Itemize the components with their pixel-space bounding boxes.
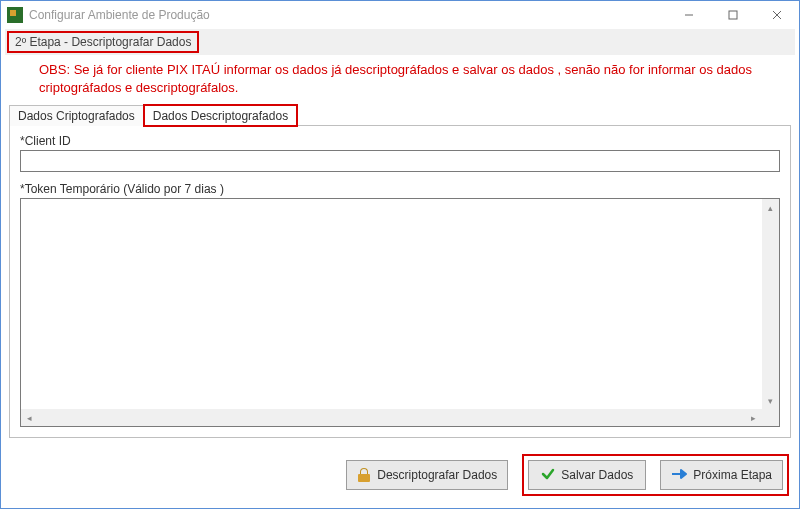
scroll-right-icon[interactable]: ▸ xyxy=(745,409,762,426)
window-title: Configurar Ambiente de Produção xyxy=(29,8,667,22)
decrypt-button[interactable]: Descriptografar Dados xyxy=(346,460,508,490)
client-id-label: *Client ID xyxy=(20,134,780,148)
vertical-scrollbar[interactable]: ▴ ▾ xyxy=(762,199,779,409)
save-button-label: Salvar Dados xyxy=(561,468,633,482)
scroll-up-icon[interactable]: ▴ xyxy=(762,199,779,216)
next-button[interactable]: Próxima Etapa xyxy=(660,460,783,490)
tab-encrypted[interactable]: Dados Criptografados xyxy=(9,105,144,126)
stage-label: 2º Etapa - Descriptografar Dados xyxy=(7,31,199,53)
window-controls xyxy=(667,1,799,29)
horizontal-scrollbar[interactable]: ◂ ▸ xyxy=(21,409,762,426)
minimize-icon xyxy=(684,10,694,20)
svg-rect-1 xyxy=(729,11,737,19)
token-label: *Token Temporário (Válido por 7 dias ) xyxy=(20,182,780,196)
tab-decrypted[interactable]: Dados Descriptografados xyxy=(144,105,297,126)
stage-header: 2º Etapa - Descriptografar Dados xyxy=(5,29,795,55)
tab-panel-decrypted: *Client ID *Token Temporário (Válido por… xyxy=(9,125,791,438)
client-id-input[interactable] xyxy=(20,150,780,172)
window-frame: Configurar Ambiente de Produção 2º Etapa… xyxy=(0,0,800,509)
tabs: Dados Criptografados Dados Descriptograf… xyxy=(9,105,791,126)
obs-note: OBS: Se já for cliente PIX ITAÚ informar… xyxy=(1,55,799,104)
app-icon xyxy=(7,7,23,23)
scrollbar-corner xyxy=(762,409,779,426)
scroll-left-icon[interactable]: ◂ xyxy=(21,409,38,426)
close-button[interactable] xyxy=(755,1,799,29)
token-textarea-wrap: ▴ ▾ ◂ ▸ xyxy=(20,198,780,427)
token-textarea[interactable] xyxy=(21,199,762,409)
maximize-icon xyxy=(728,10,738,20)
minimize-button[interactable] xyxy=(667,1,711,29)
close-icon xyxy=(772,10,782,20)
check-icon xyxy=(541,467,555,484)
titlebar: Configurar Ambiente de Produção xyxy=(1,1,799,29)
button-row: Descriptografar Dados Salvar Dados Próxi… xyxy=(1,446,799,508)
lock-icon xyxy=(357,468,371,482)
scroll-down-icon[interactable]: ▾ xyxy=(762,392,779,409)
highlighted-buttons: Salvar Dados Próxima Etapa xyxy=(522,454,789,496)
arrow-right-icon xyxy=(671,467,687,484)
save-button[interactable]: Salvar Dados xyxy=(528,460,646,490)
maximize-button[interactable] xyxy=(711,1,755,29)
decrypt-button-label: Descriptografar Dados xyxy=(377,468,497,482)
next-button-label: Próxima Etapa xyxy=(693,468,772,482)
